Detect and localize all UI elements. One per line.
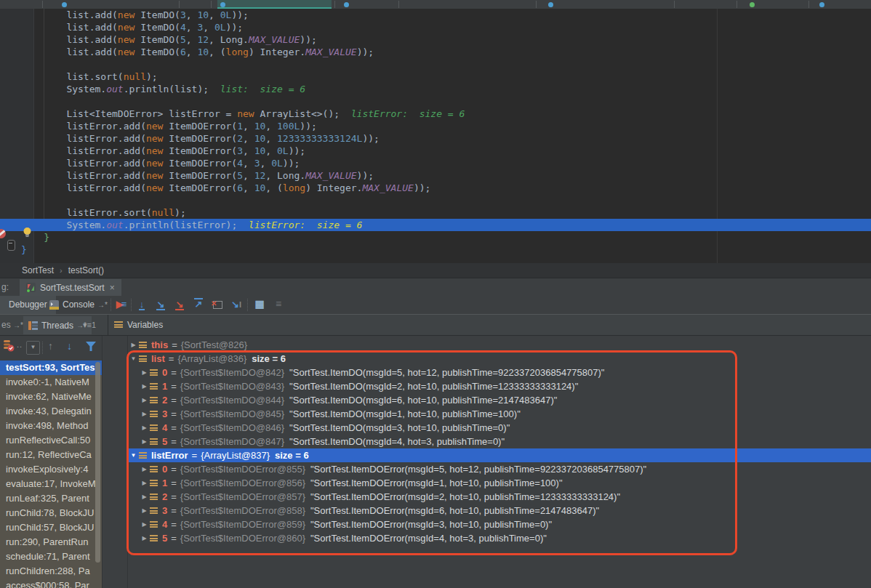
code-line[interactable]: System.out.println(list); list: size = 6 xyxy=(0,83,871,95)
frame-row[interactable]: runLeaf:325, Parent xyxy=(0,491,102,506)
frame-row[interactable]: schedule:71, Parent xyxy=(0,549,102,564)
frame-row[interactable]: runChild:57, BlockJU xyxy=(0,520,102,535)
step-out-button[interactable]: ↗ xyxy=(190,298,206,312)
evaluate-expression-button[interactable]: ▦ xyxy=(252,298,268,312)
code-line[interactable]: listError.add(new ItemDOError(1, 10, 100… xyxy=(0,120,871,132)
chevron-right-icon[interactable]: ▶ xyxy=(139,369,150,376)
code-line[interactable] xyxy=(0,58,871,71)
frame-row[interactable]: run:12, ReflectiveCa xyxy=(0,448,102,462)
code-line[interactable]: } xyxy=(0,243,871,256)
variable-row[interactable]: ▶3={SortTest$ItemDOError@858}"SortTest.I… xyxy=(128,504,871,517)
execution-line[interactable]: System.out.println(listError); listError… xyxy=(0,219,871,231)
frame-row[interactable]: invoke:62, NativeMe xyxy=(0,390,102,404)
frames-tab-cut[interactable]: es →* xyxy=(1,315,23,336)
variable-row[interactable]: ▶2={SortTest$ItemDOError@857}"SortTest.I… xyxy=(128,490,871,504)
frame-row[interactable]: run:290, ParentRun xyxy=(0,535,102,549)
code-line[interactable]: list.add(new ItemDO(5, 12, Long.MAX_VALU… xyxy=(0,33,871,46)
frame-row[interactable]: runReflectiveCall:50 xyxy=(0,433,102,448)
class-icon[interactable] xyxy=(819,2,824,7)
code-line[interactable]: List<ItemDOError> listError = new ArrayL… xyxy=(0,108,871,120)
frame-row[interactable]: runChildren:288, Pa xyxy=(0,564,102,579)
run-to-cursor-button[interactable]: ↘I xyxy=(228,298,244,312)
frame-row[interactable]: invoke:43, Delegatin xyxy=(0,404,102,419)
step-over-button[interactable]: ↓ xyxy=(134,298,150,312)
frame-row[interactable]: evaluate:17, InvokeM xyxy=(0,477,102,491)
frames-list[interactable]: testSort:93, SortTesinvoke0:-1, NativeMi… xyxy=(0,361,102,588)
variable-row[interactable]: ▶1={SortTest$ItemDO@843}"SortTest.ItemDO… xyxy=(128,379,871,393)
show-execution-point-button[interactable]: ▶≡ xyxy=(113,298,129,312)
restore-layout-button[interactable]: ≡ xyxy=(270,298,286,312)
code-line[interactable] xyxy=(0,194,871,206)
variable-row[interactable]: ▶this={SortTest@826} xyxy=(128,338,871,352)
frames-scrollbar[interactable] xyxy=(95,362,100,563)
chevron-down-icon[interactable]: ▼ xyxy=(128,355,139,362)
code-line[interactable]: list.add(new ItemDO(3, 10, 0L)); xyxy=(0,9,871,21)
code-line[interactable]: listError.add(new ItemDOError(5, 12, Lon… xyxy=(0,169,871,182)
chevron-down-icon[interactable]: ▼ xyxy=(128,452,139,459)
thread-selector-dropdown[interactable]: ▼ xyxy=(26,341,40,355)
chevron-right-icon[interactable]: ▶ xyxy=(139,521,150,528)
class-icon[interactable] xyxy=(220,2,225,7)
code-line[interactable]: list.add(new ItemDO(6, 10, (long) Intege… xyxy=(0,46,871,58)
editor-tab-active[interactable] xyxy=(217,0,332,9)
variable-row[interactable]: ▶1={SortTest$ItemDOError@856}"SortTest.I… xyxy=(128,476,871,490)
variable-row[interactable]: ▼list={ArrayList@836}size = 6 xyxy=(128,352,871,366)
code-line[interactable]: listError.add(new ItemDOError(4, 3, 0L))… xyxy=(0,157,871,169)
code-line[interactable]: list.sort(null); xyxy=(0,71,871,83)
tab-threads[interactable]: Threads →* xyxy=(23,316,92,334)
thread-selector-icon[interactable] xyxy=(2,339,15,353)
chevron-right-icon[interactable]: ▶ xyxy=(139,397,150,403)
frame-row[interactable]: invokeExplosively:4 xyxy=(0,462,102,477)
chevron-right-icon[interactable]: ▶ xyxy=(139,383,150,390)
frame-row[interactable]: invoke0:-1, NativeM xyxy=(0,375,102,390)
chevron-right-icon[interactable]: ▶ xyxy=(139,438,150,445)
class-icon[interactable] xyxy=(750,2,755,7)
class-icon[interactable] xyxy=(548,2,553,7)
frame-row[interactable]: invoke:498, Method xyxy=(0,419,102,433)
variable-row[interactable]: ▶4={SortTest$ItemDO@846}"SortTest.ItemDO… xyxy=(128,421,871,435)
chevron-right-icon[interactable]: ▶ xyxy=(139,466,150,472)
variables-tree[interactable]: ▶this={SortTest@826}▼list={ArrayList@836… xyxy=(128,336,871,588)
debug-session-tab[interactable]: SortTest.testSort × xyxy=(20,279,121,296)
code-line[interactable]: list.add(new ItemDO(4, 3, 0L)); xyxy=(0,21,871,33)
chevron-right-icon[interactable]: ▶ xyxy=(139,494,150,500)
variable-row[interactable]: ▶5={SortTest$ItemDO@847}"SortTest.ItemDO… xyxy=(128,435,871,448)
chevron-right-icon[interactable]: ▶ xyxy=(139,535,150,541)
code-line[interactable] xyxy=(0,95,871,108)
class-icon[interactable] xyxy=(344,2,349,7)
variable-row[interactable]: ▼listError={ArrayList@837}size = 6 xyxy=(128,448,871,462)
breadcrumb-method[interactable]: testSort() xyxy=(68,265,104,275)
class-icon[interactable] xyxy=(62,2,67,7)
variable-row[interactable]: ▶4={SortTest$ItemDOError@859}"SortTest.I… xyxy=(128,517,871,531)
intention-bulb-icon[interactable] xyxy=(22,227,33,241)
step-into-button[interactable]: ↘ xyxy=(153,298,169,312)
variable-row[interactable]: ▶5={SortTest$ItemDOError@860}"SortTest.I… xyxy=(128,531,871,545)
close-icon[interactable]: × xyxy=(110,283,115,293)
chevron-right-icon[interactable]: ▶ xyxy=(139,507,150,514)
force-step-into-button[interactable]: ↘ xyxy=(172,298,188,312)
breadcrumb-class[interactable]: SortTest xyxy=(22,265,54,275)
code-line[interactable]: listError.sort(null); xyxy=(0,206,871,219)
variable-row[interactable]: ▶3={SortTest$ItemDO@845}"SortTest.ItemDO… xyxy=(128,407,871,421)
chevron-right-icon[interactable]: ▶ xyxy=(128,342,139,348)
frame-row[interactable]: access$000:58, Par xyxy=(0,579,102,588)
code-line[interactable]: } xyxy=(0,231,871,243)
filter-frames-icon[interactable] xyxy=(86,342,96,351)
view-options-dropdown[interactable]: ▾≡1 xyxy=(83,315,96,335)
chevron-right-icon[interactable]: ▶ xyxy=(139,424,150,431)
code-line[interactable]: listError.add(new ItemDOError(6, 10, (lo… xyxy=(0,182,871,194)
variable-row[interactable]: ▶0={SortTest$ItemDOError@855}"SortTest.I… xyxy=(128,462,871,476)
chevron-right-icon[interactable]: ▶ xyxy=(139,480,150,486)
frame-row[interactable]: runChild:78, BlockJU xyxy=(0,506,102,520)
drop-frame-button[interactable]: ✕ xyxy=(209,298,225,312)
tab-console[interactable]: Console →* xyxy=(44,296,113,314)
breadcrumb[interactable]: SortTest›testSort() xyxy=(0,263,871,278)
code-line[interactable]: listError.add(new ItemDOError(3, 10, 0L)… xyxy=(0,145,871,157)
fold-collapse-icon[interactable] xyxy=(7,240,15,251)
variable-row[interactable]: ▶0={SortTest$ItemDO@842}"SortTest.ItemDO… xyxy=(128,366,871,379)
chevron-right-icon[interactable]: ▶ xyxy=(139,411,150,417)
frame-down-button[interactable]: ↓ xyxy=(67,340,72,352)
frame-row[interactable]: testSort:93, SortTes xyxy=(0,361,102,375)
code-line[interactable]: listError.add(new ItemDOError(2, 10, 123… xyxy=(0,132,871,145)
variable-row[interactable]: ▶2={SortTest$ItemDO@844}"SortTest.ItemDO… xyxy=(128,393,871,407)
